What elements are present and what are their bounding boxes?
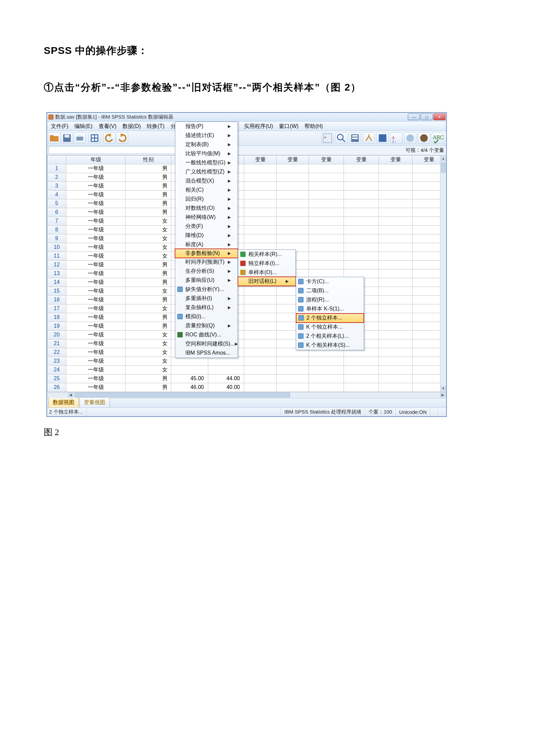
table-row[interactable]: 3一年级男	[47, 182, 446, 190]
row-header[interactable]: 3	[47, 182, 66, 190]
cell-empty[interactable]	[277, 357, 309, 365]
cell-empty[interactable]	[309, 234, 344, 243]
cell-grade[interactable]: 一年级	[66, 252, 126, 260]
cell-sex[interactable]: 男	[126, 260, 171, 269]
cell-empty[interactable]	[277, 225, 309, 234]
row-header[interactable]: 12	[47, 260, 66, 269]
weight-cases-button[interactable]	[363, 132, 375, 144]
menu-data[interactable]: 数据(D)	[119, 122, 144, 131]
cell-grade[interactable]: 一年级	[66, 357, 126, 365]
tab-variable-view[interactable]: 变量视图	[79, 397, 110, 407]
cell-empty[interactable]	[244, 234, 277, 243]
cell-sex[interactable]: 女	[126, 348, 171, 357]
table-row[interactable]: 8一年级女	[47, 225, 446, 234]
cell-empty[interactable]	[379, 357, 413, 365]
legacy-2-independent-samples[interactable]: 2 个独立样本...	[296, 314, 364, 323]
cell-sex[interactable]: 男	[126, 173, 171, 182]
cell-grade[interactable]: 一年级	[66, 374, 126, 383]
cell-empty[interactable]	[309, 252, 344, 260]
legacy-k-independent-samples[interactable]: K 个独立样本...	[296, 323, 364, 332]
mi-dimension-reduction[interactable]: 降维(D)▶	[175, 231, 238, 240]
cell-empty[interactable]	[379, 322, 413, 330]
np-independent-samples[interactable]: 独立样本(I)...	[238, 259, 295, 268]
mi-roc-curve[interactable]: ROC 曲线(V)...	[175, 330, 238, 339]
cell-empty[interactable]	[277, 199, 309, 208]
row-header[interactable]: 1	[47, 164, 66, 173]
table-row[interactable]: 4一年级男	[47, 190, 446, 199]
cell-empty[interactable]	[277, 208, 309, 217]
table-row[interactable]: 17一年级女	[47, 304, 446, 313]
mi-compare-means[interactable]: 比较平均值(M)▶	[175, 149, 238, 158]
table-row[interactable]: 15一年级女	[47, 287, 446, 295]
cell-empty[interactable]	[379, 269, 413, 278]
menu-edit[interactable]: 编辑(E)	[71, 122, 95, 131]
cell-grade[interactable]: 一年级	[66, 348, 126, 357]
cell-empty[interactable]	[244, 322, 277, 330]
cell-empty[interactable]	[309, 260, 344, 269]
mi-gzlm[interactable]: 广义线性模型(Z)▶	[175, 167, 238, 176]
col-header-var7[interactable]: 变量	[379, 155, 413, 164]
cell-grade[interactable]: 一年级	[66, 164, 126, 173]
cell-empty[interactable]	[244, 295, 277, 304]
cell-empty[interactable]	[277, 234, 309, 243]
cell-grade[interactable]: 一年级	[66, 199, 126, 208]
table-row[interactable]: 9一年级女	[47, 234, 446, 243]
mi-forecasting[interactable]: 时间序列预测(T)▶	[175, 258, 238, 267]
cell-v1[interactable]: 45.00	[171, 374, 208, 383]
mi-neural-net[interactable]: 神经网络(W)▶	[175, 213, 238, 222]
table-row[interactable]: 5一年级男	[47, 199, 446, 208]
cell-sex[interactable]: 男	[126, 322, 171, 330]
spell-check-button[interactable]: ABC	[432, 132, 444, 144]
cell-empty[interactable]	[309, 383, 344, 392]
mi-mixed[interactable]: 混合模型(X)▶	[175, 176, 238, 186]
mi-missing-value[interactable]: 缺失值分析(Y)...	[175, 285, 238, 294]
show-all-button[interactable]	[404, 132, 416, 144]
cell-sex[interactable]: 女	[126, 365, 171, 374]
cell-grade[interactable]: 一年级	[66, 269, 126, 278]
cell-empty[interactable]	[344, 190, 379, 199]
cell-empty[interactable]	[379, 287, 413, 295]
cell-grade[interactable]: 一年级	[66, 278, 126, 287]
row-header[interactable]: 11	[47, 252, 66, 260]
cell-empty[interactable]	[344, 357, 379, 365]
row-header[interactable]: 4	[47, 190, 66, 199]
cell-empty[interactable]	[344, 199, 379, 208]
scroll-up-arrow[interactable]: ▲	[441, 156, 446, 161]
cell-grade[interactable]: 一年级	[66, 208, 126, 217]
value-labels-button[interactable]	[377, 132, 389, 144]
mi-scale[interactable]: 标度(A)▶	[175, 240, 238, 249]
cell-sex[interactable]: 男	[126, 278, 171, 287]
cell-grade[interactable]: 一年级	[66, 173, 126, 182]
menu-utilities[interactable]: 实用程序(U)	[241, 122, 276, 131]
cell-sex[interactable]: 女	[126, 225, 171, 234]
cell-empty[interactable]	[244, 374, 277, 383]
cell-empty[interactable]	[244, 287, 277, 295]
cell-empty[interactable]	[379, 374, 413, 383]
cell-empty[interactable]	[244, 365, 277, 374]
mi-reports[interactable]: 报告(P)▶	[175, 122, 238, 131]
redo-button[interactable]	[116, 132, 128, 144]
table-row[interactable]: 23一年级女	[47, 357, 446, 365]
table-row[interactable]: 25一年级男45.0044.00	[47, 374, 446, 383]
cell-empty[interactable]	[244, 330, 277, 339]
cell-empty[interactable]	[277, 182, 309, 190]
cell-sex[interactable]: 男	[126, 199, 171, 208]
legacy-binomial[interactable]: 二项(B)...	[296, 286, 364, 295]
cell-sex[interactable]: 男	[126, 190, 171, 199]
col-header-var3[interactable]: 变量	[244, 155, 277, 164]
cell-sex[interactable]: 男	[126, 269, 171, 278]
cell-empty[interactable]	[309, 208, 344, 217]
legacy-k-related-samples[interactable]: K 个相关样本(S)...	[296, 341, 364, 350]
cell-empty[interactable]	[379, 173, 413, 182]
col-header-var4[interactable]: 变量	[277, 155, 309, 164]
cell-empty[interactable]	[277, 365, 309, 374]
cell-empty[interactable]	[379, 243, 413, 252]
cell-empty[interactable]	[379, 339, 413, 348]
cell-grade[interactable]: 一年级	[66, 287, 126, 295]
row-header[interactable]: 9	[47, 234, 66, 243]
cell-empty[interactable]	[309, 225, 344, 234]
cell-empty[interactable]	[244, 173, 277, 182]
cell-grade[interactable]: 一年级	[66, 313, 126, 322]
cell-empty[interactable]	[344, 252, 379, 260]
row-header[interactable]: 18	[47, 313, 66, 322]
